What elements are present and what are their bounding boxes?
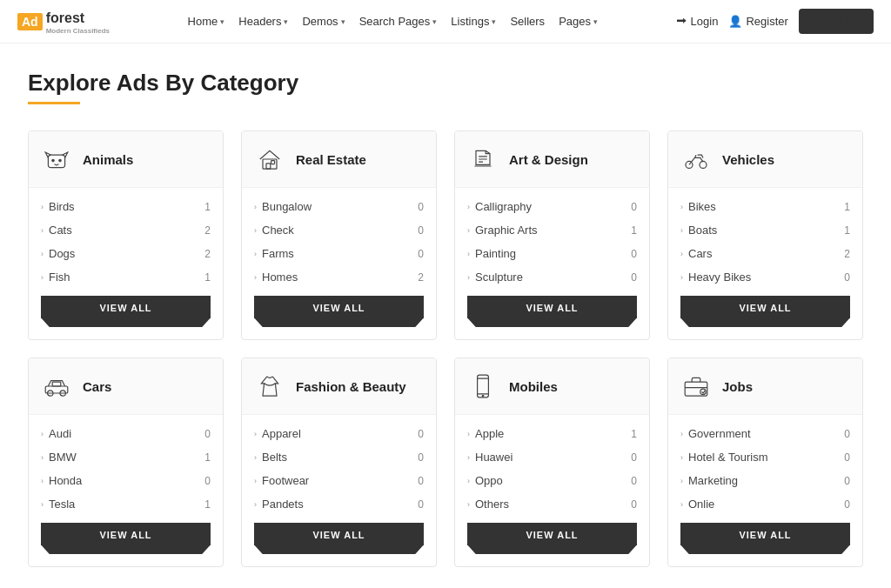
card-footer-vehicles: VIEW ALL — [668, 296, 862, 339]
list-item[interactable]: ›Marketing0 — [668, 469, 862, 492]
item-left: ›Bungalow — [254, 200, 312, 213]
item-count: 2 — [204, 248, 211, 260]
item-count: 0 — [418, 224, 424, 237]
list-item[interactable]: ›Oppo0 — [455, 469, 649, 492]
svg-rect-4 — [266, 164, 271, 169]
view-all-button-real-estate[interactable]: VIEW ALL — [254, 296, 424, 327]
item-count: 0 — [631, 451, 637, 464]
item-left: ›Birds — [41, 200, 75, 213]
post-ad-button[interactable]: + Post AD — [799, 9, 874, 34]
list-item[interactable]: ›Apple1 — [455, 422, 649, 445]
svg-point-1 — [52, 159, 54, 161]
logo-ad: Ad — [17, 13, 43, 30]
list-item[interactable]: ›Boats1 — [668, 218, 862, 242]
item-count: 1 — [204, 451, 211, 464]
login-link[interactable]: ⮕ Login — [676, 15, 719, 28]
chevron-right-icon: › — [680, 273, 683, 282]
title-underline — [28, 102, 80, 104]
list-item[interactable]: ›Footwear0 — [242, 469, 436, 492]
nav-link-sellers[interactable]: Sellers — [510, 15, 545, 28]
nav-link-listings[interactable]: Listings▾ — [451, 15, 496, 28]
list-item[interactable]: ›Dogs2 — [29, 242, 223, 265]
view-all-button-vehicles[interactable]: VIEW ALL — [680, 296, 850, 327]
item-label: Honda — [49, 474, 82, 487]
list-item[interactable]: ›Tesla1 — [29, 492, 223, 516]
nav-link-search-pages[interactable]: Search Pages▾ — [359, 15, 438, 28]
view-all-button-jobs[interactable]: VIEW ALL — [680, 523, 850, 554]
item-left: ›Graphic Arts — [467, 224, 538, 237]
card-items-cars: ›Audi0›BMW1›Honda0›Tesla1 — [29, 415, 223, 523]
card-items-vehicles: ›Bikes1›Boats1›Cars2›Heavy Bikes0 — [668, 188, 862, 296]
item-count: 0 — [631, 201, 637, 213]
list-item[interactable]: ›Cats2 — [29, 218, 223, 242]
page-content: Explore Ads By Category Animals›Birds1›C… — [10, 43, 881, 588]
view-all-button-animals[interactable]: VIEW ALL — [41, 296, 211, 327]
list-item[interactable]: ›Government0 — [668, 422, 862, 445]
list-item[interactable]: ›Bikes1 — [668, 195, 862, 218]
list-item[interactable]: ›Calligraphy0 — [455, 195, 649, 218]
list-item[interactable]: ›Farms0 — [242, 242, 436, 265]
list-item[interactable]: ›Birds1 — [29, 195, 223, 218]
item-label: Calligraphy — [475, 200, 532, 213]
list-item[interactable]: ›Apparel0 — [242, 422, 436, 445]
page-title: Explore Ads By Category — [28, 70, 863, 97]
list-item[interactable]: ›Painting0 — [455, 242, 649, 265]
item-left: ›Bikes — [680, 200, 716, 213]
view-all-button-cars[interactable]: VIEW ALL — [41, 523, 211, 554]
chevron-right-icon: › — [254, 477, 257, 485]
register-link[interactable]: 👤 Register — [728, 15, 787, 28]
card-items-jobs: ›Government0›Hotel & Tourism0›Marketing0… — [668, 415, 862, 523]
list-item[interactable]: ›Sculpture0 — [455, 265, 649, 289]
chevron-right-icon: › — [467, 273, 470, 282]
card-header-jobs: Jobs — [668, 358, 862, 415]
list-item[interactable]: ›Pandets0 — [242, 492, 436, 516]
list-item[interactable]: ›Audi0 — [29, 422, 223, 445]
view-all-button-fashion-beauty[interactable]: VIEW ALL — [254, 523, 424, 554]
list-item[interactable]: ›Belts0 — [242, 445, 436, 469]
list-item[interactable]: ›Others0 — [455, 492, 649, 516]
item-label: Dogs — [49, 247, 75, 260]
list-item[interactable]: ›BMW1 — [29, 445, 223, 469]
list-item[interactable]: ›Onlie0 — [668, 492, 862, 516]
chevron-right-icon: › — [467, 477, 470, 485]
list-item[interactable]: ›Graphic Arts1 — [455, 218, 649, 242]
chevron-right-icon: › — [41, 477, 44, 485]
list-item[interactable]: ›Bungalow0 — [242, 195, 436, 218]
chevron-right-icon: › — [467, 453, 470, 462]
view-all-button-mobiles[interactable]: VIEW ALL — [467, 523, 637, 554]
chevron-right-icon: › — [254, 273, 257, 282]
nav-link-demos[interactable]: Demos▾ — [302, 15, 345, 28]
card-header-art-design: Art & Design — [455, 131, 649, 188]
card-items-real-estate: ›Bungalow0›Check0›Farms0›Homes2 — [242, 188, 436, 296]
item-count: 0 — [844, 271, 850, 284]
list-item[interactable]: ›Hotel & Tourism0 — [668, 445, 862, 469]
chevron-right-icon: › — [41, 273, 44, 282]
list-item[interactable]: ›Fish1 — [29, 265, 223, 289]
list-item[interactable]: ›Honda0 — [29, 469, 223, 492]
list-item[interactable]: ›Homes2 — [242, 265, 436, 289]
card-footer-mobiles: VIEW ALL — [455, 523, 649, 566]
item-count: 1 — [204, 201, 211, 213]
logo[interactable]: Ad forest Modern Classifieds — [17, 9, 110, 35]
chevron-right-icon: › — [254, 500, 257, 509]
nav-link-headers[interactable]: Headers▾ — [238, 15, 288, 28]
view-all-button-art-design[interactable]: VIEW ALL — [467, 296, 637, 327]
chevron-down-icon: ▾ — [220, 17, 224, 26]
item-label: Onlie — [688, 498, 714, 511]
list-item[interactable]: ›Huawei0 — [455, 445, 649, 469]
nav-link-pages[interactable]: Pages▾ — [559, 15, 598, 28]
item-count: 0 — [418, 475, 424, 487]
nav-link-home[interactable]: Home▾ — [188, 15, 225, 28]
card-title-animals: Animals — [83, 152, 133, 167]
logo-forest: forest — [46, 10, 84, 25]
navigation: Ad forest Modern Classifieds Home▾Header… — [0, 0, 891, 43]
item-left: ›Calligraphy — [467, 200, 532, 213]
item-label: Tesla — [49, 498, 75, 511]
item-label: Government — [688, 427, 751, 440]
list-item[interactable]: ›Heavy Bikes0 — [668, 265, 862, 289]
item-label: Fish — [49, 271, 70, 284]
list-item[interactable]: ›Cars2 — [668, 242, 862, 265]
motorcycle-icon — [680, 144, 712, 175]
item-left: ›Tesla — [41, 498, 75, 511]
list-item[interactable]: ›Check0 — [242, 218, 436, 242]
